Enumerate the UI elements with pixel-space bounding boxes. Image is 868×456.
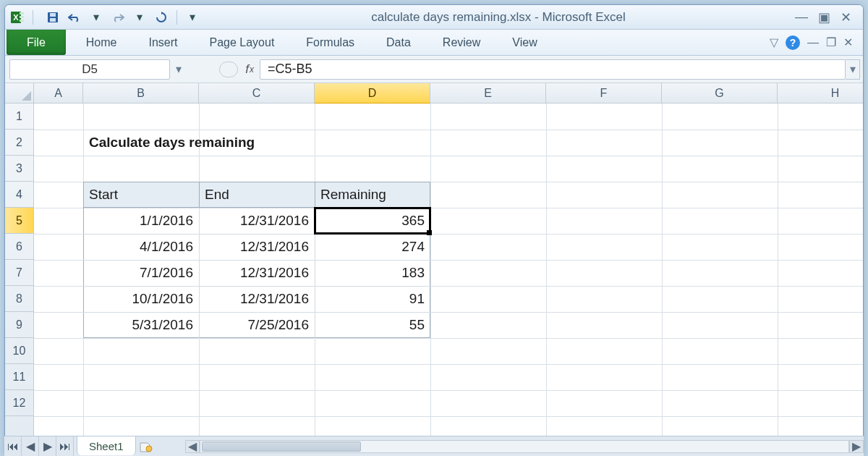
row-header-5[interactable]: 5: [5, 208, 33, 234]
fx-area: fx: [187, 62, 260, 77]
title-bar: X ▾ ▾ ▾ calculate days remaining.xlsx - …: [5, 5, 863, 30]
row-header-11[interactable]: 11: [5, 364, 33, 390]
name-box-dropdown[interactable]: ▾: [170, 59, 187, 80]
th-start: Start: [83, 182, 199, 208]
cancel-formula-icon[interactable]: [219, 62, 238, 77]
svg-rect-2: [20, 12, 24, 14]
row-header-8[interactable]: 8: [5, 286, 33, 312]
th-remaining: Remaining: [315, 182, 430, 208]
cell-area[interactable]: Calculate days remaining Start End Remai…: [34, 104, 864, 455]
cell-C8: 12/31/2016: [199, 286, 315, 312]
col-header-H[interactable]: H: [778, 83, 864, 103]
file-tab[interactable]: File: [7, 30, 66, 55]
svg-rect-4: [20, 20, 24, 22]
row-header-1[interactable]: 1: [5, 104, 33, 130]
maximize-button[interactable]: ▣: [818, 9, 830, 25]
hscroll-track[interactable]: [200, 440, 849, 453]
th-end: End: [199, 182, 315, 208]
hscroll-right-button[interactable]: ▶: [849, 440, 864, 453]
row-header-6[interactable]: 6: [5, 234, 33, 260]
help-icon[interactable]: ?: [786, 35, 800, 50]
doc-name: calculate days remaining.xlsx: [371, 10, 531, 24]
app-window: X ▾ ▾ ▾ calculate days remaining.xlsx - …: [4, 4, 864, 456]
worksheet: A B C D E F G H 1 2 3 4 5 6 7 8 9 10 11 …: [5, 83, 863, 455]
row-header-2[interactable]: 2: [5, 130, 33, 156]
minimize-button[interactable]: ―: [795, 9, 808, 25]
sheet-nav-last[interactable]: ⏭: [56, 436, 74, 456]
horizontal-scrollbar[interactable]: ◀ ▶: [185, 436, 864, 456]
sheet-nav: ⏮ ◀ ▶ ⏭: [4, 436, 74, 456]
cell-D6: 274: [315, 234, 430, 260]
sheet-nav-next[interactable]: ▶: [39, 436, 56, 456]
cell-D9: 55: [315, 312, 430, 338]
tab-page-layout[interactable]: Page Layout: [193, 30, 290, 55]
sheet-tab-1[interactable]: Sheet1: [77, 436, 136, 455]
cell-C5: 12/31/2016: [199, 208, 315, 234]
ribbon-tabs: File Home Insert Page Layout Formulas Da…: [5, 30, 863, 56]
cell-D5: 365: [315, 208, 430, 234]
row-headers: 1 2 3 4 5 6 7 8 9 10 11 12: [5, 104, 34, 455]
svg-rect-6: [50, 13, 56, 17]
tab-review[interactable]: Review: [427, 30, 496, 55]
undo-button[interactable]: [65, 9, 84, 26]
new-sheet-button[interactable]: [136, 436, 156, 456]
select-all-corner[interactable]: [5, 83, 34, 104]
quick-access-toolbar: ▾ ▾ ▾: [43, 9, 202, 26]
workbook-close-button[interactable]: ✕: [843, 35, 853, 49]
tab-formulas[interactable]: Formulas: [290, 30, 370, 55]
col-header-C[interactable]: C: [199, 83, 315, 103]
column-headers: A B C D E F G H: [34, 83, 864, 104]
formula-input[interactable]: =C5-B5: [260, 59, 846, 80]
svg-rect-7: [50, 18, 56, 22]
workbook-minimize-button[interactable]: ―: [807, 36, 819, 49]
col-header-G[interactable]: G: [662, 83, 778, 103]
row-header-4[interactable]: 4: [5, 182, 33, 208]
sheet-nav-first[interactable]: ⏮: [4, 436, 22, 456]
excel-icon: X: [9, 9, 25, 25]
cell-D7: 183: [315, 260, 430, 286]
ribbon-minimize-icon[interactable]: ▽: [770, 35, 778, 49]
col-header-E[interactable]: E: [430, 83, 546, 103]
hscroll-left-button[interactable]: ◀: [185, 440, 200, 453]
formula-bar-expand[interactable]: ▾: [846, 59, 860, 80]
cell-C6: 12/31/2016: [199, 234, 315, 260]
row-header-12[interactable]: 12: [5, 390, 33, 416]
row-header-7[interactable]: 7: [5, 260, 33, 286]
col-header-D[interactable]: D: [315, 83, 430, 104]
cell-B7: 7/1/2016: [83, 260, 199, 286]
name-box[interactable]: D5: [9, 59, 170, 80]
fx-icon[interactable]: fx: [245, 62, 254, 77]
sheet-tab-bar: ⏮ ◀ ▶ ⏭ Sheet1 ◀ ▶: [4, 436, 864, 456]
svg-text:X: X: [13, 13, 19, 22]
cell-C7: 12/31/2016: [199, 260, 315, 286]
row-header-10[interactable]: 10: [5, 338, 33, 364]
tab-view[interactable]: View: [496, 30, 553, 55]
col-header-A[interactable]: A: [34, 83, 83, 103]
row-header-9[interactable]: 9: [5, 312, 33, 338]
save-button[interactable]: [43, 9, 62, 26]
cell-B9: 5/31/2016: [83, 312, 199, 338]
close-button[interactable]: ✕: [841, 9, 851, 25]
hscroll-thumb[interactable]: [202, 442, 361, 452]
col-header-F[interactable]: F: [546, 83, 662, 103]
tab-insert[interactable]: Insert: [132, 30, 193, 55]
window-controls: ― ▣ ✕: [795, 9, 859, 25]
separator: [33, 10, 33, 25]
window-title: calculate days remaining.xlsx - Microsof…: [206, 10, 791, 25]
cell-B8: 10/1/2016: [83, 286, 199, 312]
separator: [176, 10, 177, 25]
redo-dropdown[interactable]: ▾: [130, 9, 149, 26]
undo-dropdown[interactable]: ▾: [87, 9, 106, 26]
redo-button[interactable]: [109, 9, 127, 26]
sheet-nav-prev[interactable]: ◀: [22, 436, 39, 456]
cell-B6: 4/1/2016: [83, 234, 199, 260]
row-header-3[interactable]: 3: [5, 156, 33, 182]
tab-data[interactable]: Data: [370, 30, 427, 55]
tab-home[interactable]: Home: [70, 30, 133, 55]
repeat-button[interactable]: [152, 9, 171, 26]
workbook-restore-button[interactable]: ❐: [826, 35, 836, 49]
col-header-B[interactable]: B: [83, 83, 199, 103]
qat-customize-dropdown[interactable]: ▾: [183, 9, 202, 26]
cell-D8: 91: [315, 286, 430, 312]
ribbon-right: ▽ ? ― ❐ ✕: [770, 30, 863, 55]
